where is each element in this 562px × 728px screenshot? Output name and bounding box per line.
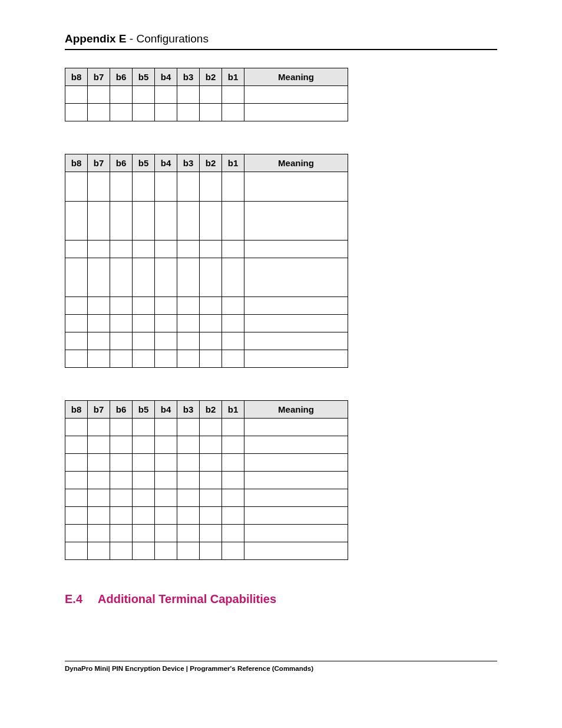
bit-cell [88, 202, 110, 241]
bit-cell [65, 172, 88, 202]
table-row [65, 489, 348, 507]
table-row [65, 525, 348, 542]
bit-cell [200, 350, 222, 368]
bit-cell [222, 472, 244, 489]
bit-cell [133, 489, 155, 507]
bit-cell [222, 454, 244, 472]
table-row [65, 104, 348, 121]
bit-cell [200, 489, 222, 507]
meaning-cell [244, 172, 348, 202]
bit-cell [133, 419, 155, 436]
bit-cell [133, 202, 155, 241]
bit-cell [155, 104, 177, 121]
table-row [65, 332, 348, 350]
bit-cell [133, 297, 155, 315]
bit-cell [155, 542, 177, 560]
bit-cell [88, 332, 110, 350]
bit-cell [177, 332, 200, 350]
section-title: Additional Terminal Capabilities [98, 592, 276, 605]
bit-cell [110, 542, 133, 560]
bit-cell [110, 350, 133, 368]
bit-cell [222, 315, 244, 332]
bit-cell [155, 86, 177, 104]
bit-cell [155, 332, 177, 350]
bit-cell [222, 172, 244, 202]
bit-cell [88, 315, 110, 332]
table-row [65, 419, 348, 436]
meaning-cell [244, 436, 348, 454]
bit-cell [222, 507, 244, 525]
bit-cell [155, 172, 177, 202]
bit-cell [133, 525, 155, 542]
bit-cell [133, 542, 155, 560]
bit-cell [177, 315, 200, 332]
bit-cell [200, 86, 222, 104]
section-number: E.4 [65, 592, 98, 606]
meaning-cell [244, 419, 348, 436]
meaning-cell [244, 489, 348, 507]
bit-cell [65, 489, 88, 507]
bit-cell [155, 241, 177, 258]
bit-header: b3 [177, 154, 200, 172]
bit-cell [155, 202, 177, 241]
bit-header: b8 [65, 68, 88, 86]
bit-cell [65, 241, 88, 258]
meaning-cell [244, 315, 348, 332]
bit-header: b6 [110, 401, 133, 419]
bit-cell [200, 436, 222, 454]
meaning-cell [244, 332, 348, 350]
table-row [65, 258, 348, 297]
bit-cell [177, 507, 200, 525]
header-bold: Appendix E [65, 32, 127, 45]
bit-cell [110, 104, 133, 121]
bit-header: b3 [177, 401, 200, 419]
meaning-header: Meaning [244, 68, 348, 86]
bit-header: b7 [88, 401, 110, 419]
bit-cell [155, 507, 177, 525]
bit-cell [88, 350, 110, 368]
bit-cell [177, 350, 200, 368]
bit-cell [200, 542, 222, 560]
table-row [65, 297, 348, 315]
bit-header: b2 [200, 154, 222, 172]
bit-cell [88, 454, 110, 472]
bit-cell [110, 258, 133, 297]
bit-cell [65, 258, 88, 297]
meaning-cell [244, 350, 348, 368]
bit-cell [65, 202, 88, 241]
bit-cell [133, 436, 155, 454]
bit-cell [65, 454, 88, 472]
bit-cell [177, 202, 200, 241]
bit-cell [88, 86, 110, 104]
bit-cell [222, 489, 244, 507]
bit-cell [65, 436, 88, 454]
bit-cell [200, 202, 222, 241]
bit-cell [65, 332, 88, 350]
bit-cell [110, 86, 133, 104]
meaning-cell [244, 472, 348, 489]
table-row [65, 542, 348, 560]
meaning-cell [244, 507, 348, 525]
bit-header: b8 [65, 154, 88, 172]
bit-cell [88, 419, 110, 436]
bit-header: b6 [110, 68, 133, 86]
bit-cell [155, 315, 177, 332]
meaning-cell [244, 241, 348, 258]
bit-cell [155, 454, 177, 472]
bit-cell [65, 86, 88, 104]
meaning-cell [244, 454, 348, 472]
bit-cell [88, 297, 110, 315]
bit-cell [65, 525, 88, 542]
table-row [65, 86, 348, 104]
header-sep: - [127, 32, 137, 45]
bit-cell [133, 86, 155, 104]
bit-cell [155, 489, 177, 507]
bit-header: b1 [222, 401, 244, 419]
bit-cell [133, 350, 155, 368]
bit-cell [65, 104, 88, 121]
bit-cell [200, 104, 222, 121]
meaning-cell [244, 86, 348, 104]
bit-cell [155, 258, 177, 297]
bit-cell [110, 507, 133, 525]
bit-cell [88, 472, 110, 489]
